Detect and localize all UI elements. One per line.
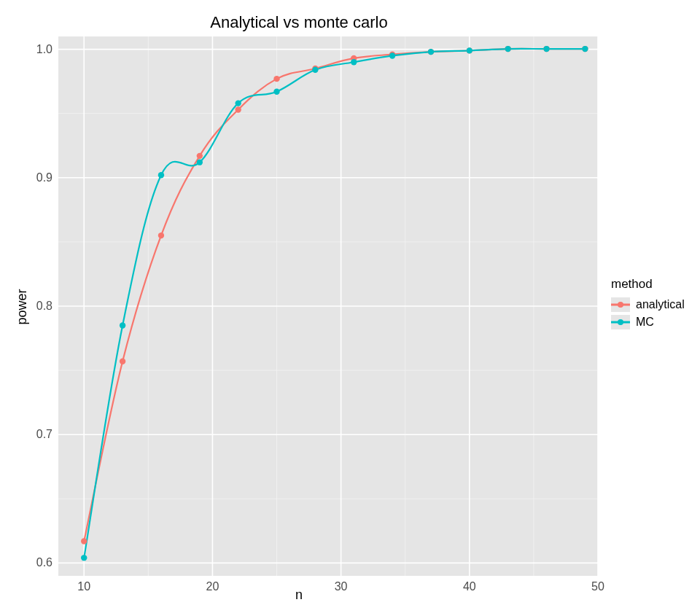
y-tick-label: 0.7 bbox=[9, 428, 52, 441]
legend-key-analytical bbox=[611, 297, 630, 312]
y-tick-label: 1.0 bbox=[9, 43, 52, 56]
legend-item-analytical: analytical bbox=[611, 297, 685, 312]
svg-point-18 bbox=[81, 538, 87, 544]
x-tick-label: 10 bbox=[77, 580, 90, 593]
legend-title: method bbox=[611, 277, 685, 292]
svg-point-37 bbox=[273, 89, 279, 95]
svg-point-39 bbox=[351, 59, 357, 65]
svg-point-20 bbox=[158, 233, 164, 238]
svg-point-22 bbox=[235, 106, 241, 112]
x-tick-label: 50 bbox=[591, 580, 604, 593]
y-tick-label: 0.6 bbox=[9, 556, 52, 569]
svg-point-21 bbox=[197, 153, 203, 159]
legend-key-mc bbox=[611, 315, 630, 329]
svg-point-32 bbox=[81, 555, 87, 561]
x-tick-label: 40 bbox=[463, 580, 476, 593]
chart-title: Analytical vs monte carlo bbox=[0, 13, 598, 32]
svg-point-23 bbox=[273, 76, 279, 82]
y-tick-label: 0.8 bbox=[9, 300, 52, 313]
chart-container: Analytical vs monte carlo power n 1.0 0.… bbox=[0, 0, 700, 613]
svg-point-42 bbox=[467, 47, 472, 53]
legend: method analytical MC bbox=[611, 277, 685, 332]
y-tick-label: 0.9 bbox=[9, 171, 52, 184]
x-tick-label: 30 bbox=[335, 580, 348, 593]
x-tick-label: 20 bbox=[206, 580, 219, 593]
svg-point-19 bbox=[120, 359, 125, 364]
legend-item-mc: MC bbox=[611, 315, 685, 329]
svg-point-41 bbox=[428, 49, 434, 55]
svg-point-40 bbox=[389, 52, 395, 58]
svg-point-34 bbox=[158, 172, 164, 178]
svg-point-45 bbox=[582, 46, 588, 52]
svg-point-44 bbox=[543, 46, 549, 52]
svg-point-33 bbox=[120, 322, 125, 328]
legend-label: analytical bbox=[636, 298, 685, 311]
legend-label: MC bbox=[636, 316, 654, 329]
plot-svg bbox=[58, 36, 598, 576]
svg-point-36 bbox=[235, 100, 241, 106]
svg-point-35 bbox=[197, 159, 203, 165]
svg-point-38 bbox=[312, 67, 318, 73]
plot-area bbox=[58, 36, 598, 576]
svg-point-43 bbox=[505, 46, 510, 52]
